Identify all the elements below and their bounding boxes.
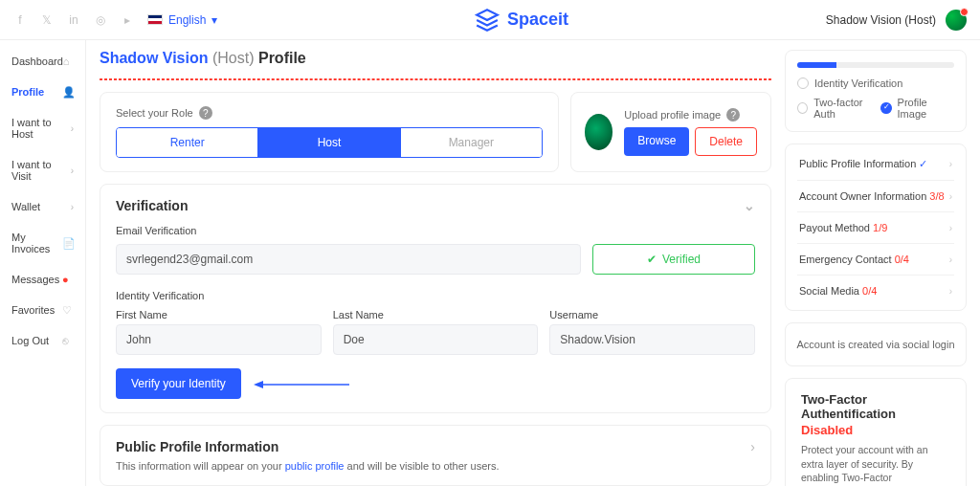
role-label: Select your Role ? [116,106,543,120]
svg-marker-1 [254,381,263,388]
caret-down-icon: ▾ [212,13,217,27]
delete-button[interactable]: Delete [695,127,757,156]
verify-identity-button[interactable]: Verify your Identity [116,368,241,399]
youtube-icon[interactable]: ▸ [121,13,134,27]
brand[interactable]: Spaceit [475,8,568,33]
chevron-right-icon: › [71,123,74,134]
last-name-field[interactable] [333,324,539,355]
social-login-note: Account is created via social login [785,322,967,366]
logout-icon: ⎋ [62,335,74,346]
public-profile-title: Public Profile Information [116,439,278,454]
sidebar-item-wallet[interactable]: Wallet › [8,195,78,218]
row-social[interactable]: Social Media 0/4 › [797,276,954,306]
profile-image-preview [585,114,612,150]
uk-flag-icon [147,14,163,25]
twofa-body: Protect your account with an extra layer… [801,443,950,486]
heart-icon: ♡ [62,304,74,316]
last-name-label: Last Name [333,309,539,320]
first-name-field[interactable] [116,324,322,355]
radio-icon [797,77,809,89]
public-profile-card: Public Profile Information › This inform… [100,425,771,486]
topbar-user[interactable]: Shadow Vision (Host) [826,10,967,31]
chevron-right-icon: › [949,159,952,169]
twofa-card: Two-Factor Authentification Disabled Pro… [785,378,967,486]
user-label: Shadow Vision (Host) [826,13,936,27]
role-option-renter[interactable]: Renter [117,128,258,157]
banner-placeholder [100,78,771,80]
row-owner-info[interactable]: Account Owner Information 3/8 › [797,181,954,212]
brand-name: Spaceit [507,10,568,30]
avatar-icon[interactable] [946,10,967,31]
chevron-right-icon: › [71,166,74,176]
upload-label: Upload profile image ? [624,108,757,122]
sidebar-item-messages[interactable]: Messages ● [8,268,78,291]
upload-card: Upload profile image ? Browse Delete [570,92,771,172]
radio-icon [797,102,808,114]
browse-button[interactable]: Browse [624,127,689,156]
role-card: Select your Role ? Renter Host Manager [100,92,559,172]
role-option-manager[interactable]: Manager [401,128,542,157]
topbar: f 𝕏 in ◎ ▸ English ▾ Spaceit Shadow Visi… [0,0,980,40]
verification-card: Verification ⌄ Email Verification ✔ Veri… [100,184,771,413]
chevron-right-icon: › [949,254,952,265]
chevron-right-icon: › [71,202,74,212]
radio-checked-icon [880,102,891,114]
row-public-profile[interactable]: Public Profile Information ✓ › [797,148,954,181]
public-profile-link[interactable]: public profile [285,460,345,472]
help-icon[interactable]: ? [199,106,212,120]
verification-title: Verification [116,198,188,213]
username-label: Username [549,309,755,320]
progress-bar [797,62,954,68]
first-name-label: First Name [116,309,322,320]
language-switcher[interactable]: English ▾ [147,13,217,27]
check-twofactor[interactable]: Two-factor Auth [797,97,880,120]
sidebar-item-logout[interactable]: Log Out ⎋ [8,329,78,352]
linkedin-icon[interactable]: in [67,13,80,27]
chevron-right-icon: › [949,286,952,297]
x-icon[interactable]: 𝕏 [40,13,54,27]
check-profile-image[interactable]: Profile Image [880,97,954,120]
help-icon[interactable]: ? [726,108,740,122]
chevron-right-icon[interactable]: › [750,439,755,454]
page-title: Shadow Vision (Host) Profile [100,50,771,67]
check-circle-icon: ✔ [647,253,657,266]
sidebar-item-profile[interactable]: Profile 👤 [8,80,78,103]
sidebar-item-favorites[interactable]: Favorites ♡ [8,298,78,321]
profile-sections-list: Public Profile Information ✓ › Account O… [785,144,967,311]
chevron-right-icon: › [949,191,952,202]
language-label: English [168,13,206,27]
verified-badge: ✔ Verified [592,244,755,275]
user-icon: 👤 [62,86,74,98]
sidebar-item-invoices[interactable]: My Invoices 📄 [8,226,78,260]
annotation-arrow-icon [254,377,349,390]
identity-verification-label: Identity Verification [116,290,755,301]
message-icon: ● [62,274,74,285]
sidebar-item-host[interactable]: I want to Host › [8,111,78,145]
facebook-icon[interactable]: f [13,13,27,27]
email-verification-label: Email Verification [116,225,755,236]
username-field[interactable] [549,324,755,355]
sidebar: Dashboard ⌂ Profile 👤 I want to Host › I… [0,40,86,486]
sidebar-item-dashboard[interactable]: Dashboard ⌂ [8,50,78,73]
brand-logo-icon [475,8,500,33]
chevron-right-icon: › [949,223,952,233]
row-payout[interactable]: Payout Method 1/9 › [797,212,954,244]
public-profile-desc: This information will appear on your pub… [116,460,755,472]
topbar-social: f 𝕏 in ◎ ▸ English ▾ [13,13,217,27]
role-option-host[interactable]: Host [258,128,400,157]
twofa-title: Two-Factor Authentification [801,392,950,421]
instagram-icon[interactable]: ◎ [94,13,107,27]
row-emergency[interactable]: Emergency Contact 0/4 › [797,244,954,276]
role-segmented: Renter Host Manager [116,127,543,158]
home-icon: ⌂ [63,55,74,67]
twofa-status: Disabled [801,423,950,437]
chevron-down-icon[interactable]: ⌄ [744,198,755,213]
progress-card: Identity Verification Two-factor Auth Pr… [785,50,967,132]
sidebar-item-visit[interactable]: I want to Visit › [8,153,78,188]
email-field [116,244,581,275]
document-icon: 📄 [62,237,74,249]
check-identity[interactable]: Identity Verification [797,77,954,89]
